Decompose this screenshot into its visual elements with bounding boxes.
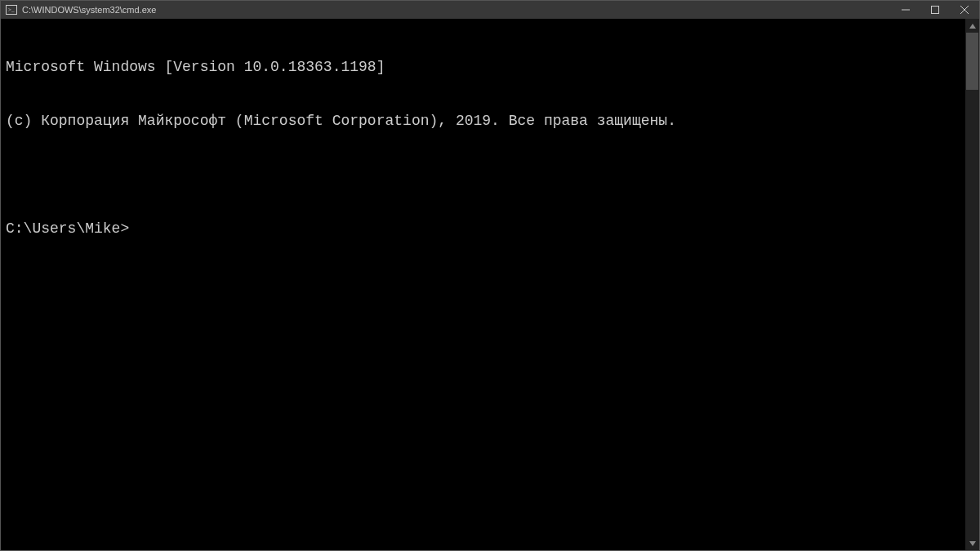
svg-marker-7 [969,541,976,546]
scroll-up-arrow-icon[interactable] [965,19,979,33]
svg-text:>_: >_ [8,7,15,13]
window-title: C:\WINDOWS\system32\cmd.exe [22,5,156,15]
prompt-line: C:\Users\Mike> [6,220,960,238]
scroll-thumb[interactable] [966,33,978,90]
cmd-window: >_ C:\WINDOWS\system32\cmd.exe Microsoft… [0,0,980,551]
svg-rect-3 [932,7,939,14]
content-area: Microsoft Windows [Version 10.0.18363.11… [1,19,979,550]
minimize-button[interactable] [891,1,920,19]
blank-line [6,166,960,184]
copyright-line: (c) Корпорация Майкрософт (Microsoft Cor… [6,112,960,130]
vertical-scrollbar[interactable] [965,19,979,550]
svg-marker-6 [969,24,976,29]
close-button[interactable] [950,1,979,19]
window-controls [891,1,979,19]
scroll-down-arrow-icon[interactable] [965,536,979,550]
cmd-icon: >_ [6,5,17,15]
terminal-output[interactable]: Microsoft Windows [Version 10.0.18363.11… [1,19,965,550]
version-line: Microsoft Windows [Version 10.0.18363.11… [6,58,960,76]
titlebar-left: >_ C:\WINDOWS\system32\cmd.exe [1,5,156,15]
maximize-button[interactable] [920,1,950,19]
titlebar[interactable]: >_ C:\WINDOWS\system32\cmd.exe [1,1,979,19]
